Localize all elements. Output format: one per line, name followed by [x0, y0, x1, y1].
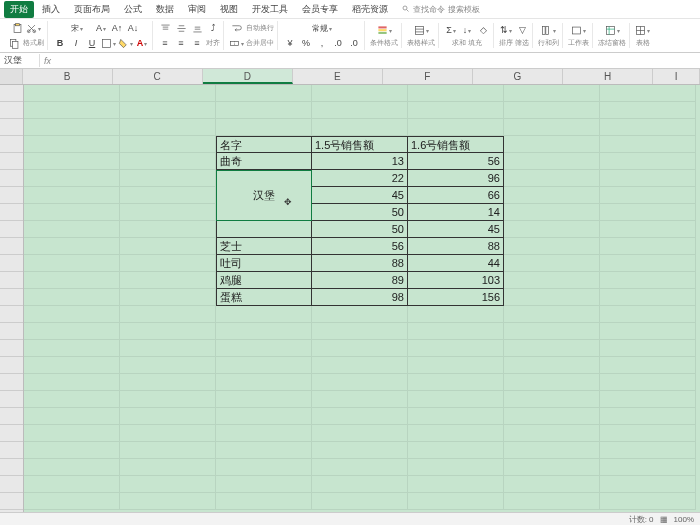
border-button[interactable] — [101, 36, 116, 50]
col-header-h[interactable]: H — [563, 69, 653, 84]
active-cell-selection[interactable]: 汉堡 — [216, 170, 312, 221]
cell[interactable]: 45 — [312, 187, 408, 204]
paste-button[interactable] — [10, 21, 24, 35]
row-header[interactable] — [0, 459, 23, 476]
col-header-i[interactable]: I — [653, 69, 700, 84]
align-bottom-button[interactable] — [190, 21, 204, 35]
wrap-text-button[interactable] — [230, 21, 244, 35]
freeze-panes-button[interactable] — [605, 23, 620, 37]
clear-button[interactable]: ◇ — [476, 23, 490, 37]
decrease-font-button[interactable]: A↓ — [126, 21, 140, 35]
cell[interactable]: 22 — [312, 170, 408, 187]
row-header[interactable] — [0, 170, 23, 187]
row-header[interactable] — [0, 493, 23, 510]
tab-view[interactable]: 视图 — [214, 1, 244, 18]
number-format-select[interactable]: 常规 — [307, 21, 337, 35]
merge-center-button[interactable] — [229, 36, 244, 50]
cell[interactable]: 88 — [312, 255, 408, 272]
worksheet-button[interactable] — [571, 23, 586, 37]
tab-member[interactable]: 会员专享 — [296, 1, 344, 18]
col-header-e[interactable]: E — [293, 69, 383, 84]
copy-button[interactable] — [7, 36, 21, 50]
cell[interactable]: 1.6号销售额 — [408, 136, 504, 153]
row-header[interactable] — [0, 204, 23, 221]
tab-home[interactable]: 开始 — [4, 1, 34, 18]
row-header[interactable] — [0, 85, 23, 102]
row-header[interactable] — [0, 357, 23, 374]
cell[interactable] — [216, 221, 312, 238]
currency-button[interactable]: ¥ — [283, 36, 297, 50]
font-family-select[interactable]: 宋 — [62, 21, 92, 35]
row-header[interactable] — [0, 391, 23, 408]
tab-resources[interactable]: 稻壳资源 — [346, 1, 394, 18]
italic-button[interactable]: I — [69, 36, 83, 50]
cell[interactable]: 14 — [408, 204, 504, 221]
row-header[interactable] — [0, 323, 23, 340]
percent-button[interactable]: % — [299, 36, 313, 50]
cut-button[interactable] — [26, 21, 41, 35]
tab-review[interactable]: 审阅 — [182, 1, 212, 18]
align-middle-button[interactable] — [174, 21, 188, 35]
cell[interactable]: 芝士 — [216, 238, 312, 255]
cell[interactable]: 吐司 — [216, 255, 312, 272]
filter-button[interactable]: ▽ — [515, 23, 529, 37]
cell[interactable]: 鸡腿 — [216, 272, 312, 289]
underline-button[interactable]: U — [85, 36, 99, 50]
row-header[interactable] — [0, 136, 23, 153]
format-painter-button[interactable]: 格式刷 — [23, 38, 44, 48]
autosum-button[interactable]: Σ — [444, 23, 458, 37]
cell[interactable]: 13 — [312, 153, 408, 170]
row-header[interactable] — [0, 408, 23, 425]
cell[interactable]: 56 — [408, 153, 504, 170]
col-header-b[interactable]: B — [23, 69, 113, 84]
cells-area[interactable]: 名字 1.5号销售额 1.6号销售额 曲奇 13 56 可乐 22 96 45 … — [24, 85, 700, 512]
cell[interactable]: 名字 — [216, 136, 312, 153]
command-search[interactable]: 查找命令 搜索模板 — [402, 4, 480, 15]
row-header[interactable] — [0, 187, 23, 204]
cell[interactable]: 50 — [312, 221, 408, 238]
orientation-button[interactable]: ⤴ — [206, 21, 220, 35]
align-top-button[interactable] — [158, 21, 172, 35]
row-header[interactable] — [0, 221, 23, 238]
col-header-g[interactable]: G — [473, 69, 563, 84]
font-color-button[interactable]: A — [135, 36, 149, 50]
decrease-decimal-button[interactable]: .0 — [347, 36, 361, 50]
cell[interactable]: 1.5号销售额 — [312, 136, 408, 153]
cell[interactable]: 66 — [408, 187, 504, 204]
select-all-corner[interactable] — [0, 69, 23, 84]
tab-data[interactable]: 数据 — [150, 1, 180, 18]
cell[interactable]: 蛋糕 — [216, 289, 312, 306]
cell[interactable]: 44 — [408, 255, 504, 272]
align-center-button[interactable]: ≡ — [174, 36, 188, 50]
cell[interactable]: 88 — [408, 238, 504, 255]
align-left-button[interactable]: ≡ — [158, 36, 172, 50]
cell[interactable]: 156 — [408, 289, 504, 306]
insert-table-button[interactable] — [635, 23, 650, 37]
cell[interactable]: 103 — [408, 272, 504, 289]
fx-icon[interactable]: fx — [40, 56, 55, 66]
fill-color-button[interactable] — [118, 36, 133, 50]
row-header[interactable] — [0, 289, 23, 306]
tab-formulas[interactable]: 公式 — [118, 1, 148, 18]
view-normal-button[interactable]: ▦ — [660, 515, 668, 524]
tab-insert[interactable]: 插入 — [36, 1, 66, 18]
col-header-c[interactable]: C — [113, 69, 203, 84]
cell[interactable]: 曲奇 — [216, 153, 312, 170]
row-header[interactable] — [0, 153, 23, 170]
tab-pagelayout[interactable]: 页面布局 — [68, 1, 116, 18]
sort-button[interactable]: ⇅ — [499, 23, 513, 37]
cell[interactable]: 56 — [312, 238, 408, 255]
name-box[interactable]: 汉堡 — [0, 54, 40, 67]
align-right-button[interactable]: ≡ — [190, 36, 204, 50]
fill-button[interactable]: ↓ — [460, 23, 474, 37]
increase-decimal-button[interactable]: .0 — [331, 36, 345, 50]
tab-devtools[interactable]: 开发工具 — [246, 1, 294, 18]
font-size-select[interactable]: A — [94, 21, 108, 35]
row-header[interactable] — [0, 374, 23, 391]
row-header[interactable] — [0, 442, 23, 459]
increase-font-button[interactable]: A↑ — [110, 21, 124, 35]
row-header[interactable] — [0, 476, 23, 493]
cell[interactable]: 50 — [312, 204, 408, 221]
row-header[interactable] — [0, 102, 23, 119]
row-col-button[interactable] — [541, 23, 556, 37]
